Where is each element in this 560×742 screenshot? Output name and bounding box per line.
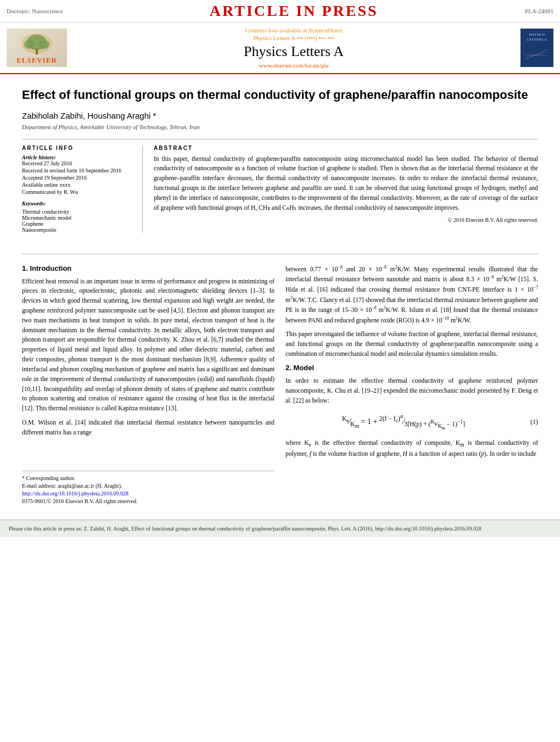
equation-1-content: Ke⁄Km = 1 + 2(f − fc)α⁄3[H(p) + (Kk⁄Km −… [285, 413, 522, 431]
keyword-1: Thermal conductivity [22, 209, 133, 215]
communicated-by: Communicated by R. Wu [22, 189, 133, 195]
keyword-4: Nanocomposite [22, 227, 133, 233]
revised-date: Received in revised form 10 September 20… [22, 168, 133, 174]
footnote-issn: 0375-9601/© 2016 Elsevier B.V. All right… [22, 498, 275, 505]
abstract-heading: ABSTRACT [154, 145, 538, 151]
keyword-2: Micromechanic model [22, 215, 133, 221]
article-id-label: PLA-24081 [525, 8, 553, 14]
article-title: Effect of functional groups on thermal c… [22, 87, 538, 103]
article-in-press-label: ARTICLE IN PRESS [63, 2, 525, 20]
available-online: Available online xxxx [22, 182, 133, 188]
right-para-2: This paper investigated the influence of… [285, 330, 538, 359]
journal-info: Contents lists available at ScienceDirec… [67, 27, 520, 69]
article-info-col: ARTICLE INFO Article history: Received 2… [22, 145, 143, 233]
elsevier-wordmark: ELSEVIER [16, 56, 57, 65]
intro-para-1: Efficient heat removal is an important i… [22, 277, 275, 414]
model-heading: 2. Model [285, 364, 538, 372]
model-after-equation: where Ke is the effective thermal conduc… [285, 438, 538, 459]
affiliation-text: Department of Physics, Amirkabir Univers… [22, 124, 538, 130]
journal-cover-thumbnail: PHYSICS LETTERS A [520, 29, 553, 67]
keywords-label: Keywords: [22, 200, 133, 207]
abstract-text: In this paper, thermal conductivity of g… [154, 154, 538, 213]
body-content: 1. Introduction Efficient heat removal i… [0, 259, 560, 511]
elsevier-tree-icon [18, 31, 56, 56]
footnote-doi[interactable]: http://dx.doi.org/10.1016/j.physleta.201… [22, 490, 275, 498]
keyword-3: Graphene [22, 221, 133, 227]
cover-graphic [523, 44, 551, 63]
equation-1-block: Ke⁄Km = 1 + 2(f − fc)α⁄3[H(p) + (Kk⁄Km −… [285, 411, 538, 433]
journal-title: Physics Letters A [67, 43, 520, 60]
content-note: Contents lists available at ScienceDirec… [67, 27, 520, 34]
article-title-section: Effect of functional groups on thermal c… [0, 74, 560, 249]
journal-header: ELSEVIER Contents lists available at Sci… [0, 23, 560, 74]
abstract-col: ABSTRACT In this paper, thermal conducti… [154, 145, 538, 233]
body-left-col: 1. Introduction Efficient heat removal i… [22, 264, 275, 505]
footnote-block: * Corresponding author. E-mail address: … [22, 471, 275, 505]
footnote-email: E-mail address: araghi@aur.ac.ir (H. Ara… [22, 482, 275, 490]
bottom-footer-text: Please cite this article in press as: Z.… [9, 526, 481, 532]
svg-point-4 [38, 40, 49, 49]
doctopic-label: Doctopic: Nanoscience [7, 8, 63, 14]
svg-rect-5 [523, 44, 551, 63]
section-divider [22, 254, 538, 254]
intro-para-2: O.M. Wilson et al. [14] indicated that i… [22, 418, 275, 438]
journal-subtitle-link[interactable]: Physics Letters A ••• (••••) •••–••• [67, 35, 520, 41]
intro-heading: 1. Introduction [22, 264, 275, 272]
right-para-1: between 0.77 × 10−8 and 20 × 10−8 m2K/W.… [285, 264, 538, 326]
svg-point-3 [24, 40, 35, 49]
history-label: Article history: [22, 154, 133, 160]
journal-url[interactable]: www.elsevier.com/locate/pla [67, 62, 520, 69]
model-intro-para: In order to estimate the effective therm… [285, 376, 538, 405]
cover-title-label: PHYSICS LETTERS A [523, 32, 551, 42]
copyright-text: © 2016 Elsevier B.V. All rights reserved… [154, 217, 538, 223]
body-right-col: between 0.77 × 10−8 and 20 × 10−8 m2K/W.… [285, 264, 538, 505]
elsevier-logo: ELSEVIER [7, 29, 67, 67]
article-info-abstract: ARTICLE INFO Article history: Received 2… [22, 139, 538, 233]
equation-1-number: (1) [522, 418, 538, 426]
top-banner: Doctopic: Nanoscience ARTICLE IN PRESS P… [0, 0, 560, 23]
authors-text: Zabiholah Zabihi, Houshang Araghi * [22, 111, 156, 120]
bottom-footer: Please cite this article in press as: Z.… [0, 520, 560, 537]
content-note-text: Contents lists available at ScienceDirec… [245, 27, 342, 34]
accepted-date: Accepted 19 September 2016 [22, 175, 133, 181]
article-info-heading: ARTICLE INFO [22, 145, 133, 151]
footnote-asterisk: * Corresponding author. [22, 475, 275, 482]
received-date: Received 27 July 2016 [22, 160, 133, 166]
authors-line: Zabiholah Zabihi, Houshang Araghi * [22, 111, 538, 120]
